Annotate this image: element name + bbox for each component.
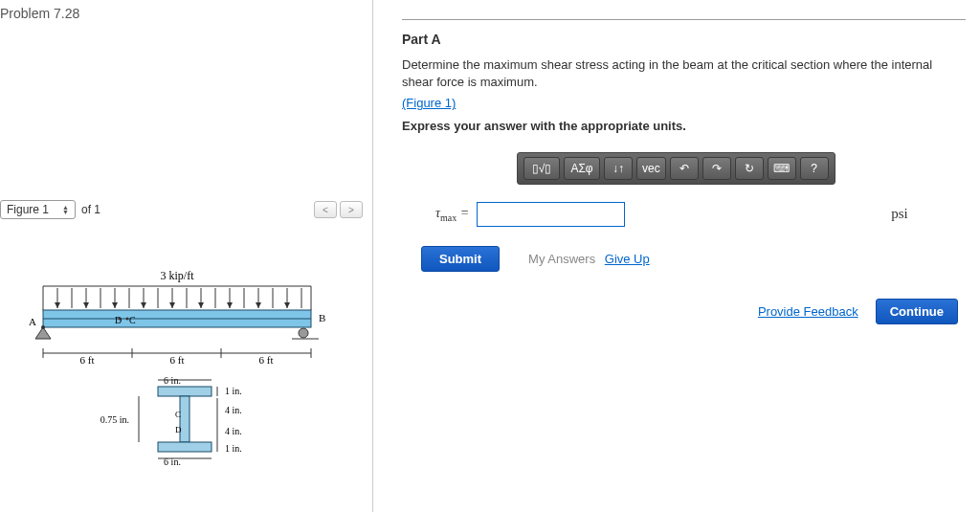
svg-text:C: C xyxy=(129,315,136,325)
provide-feedback-link[interactable]: Provide Feedback xyxy=(758,304,858,319)
figure-prev-button[interactable]: < xyxy=(314,201,337,218)
svg-marker-24 xyxy=(83,302,89,308)
svg-text:4 in.: 4 in. xyxy=(225,426,242,436)
svg-marker-27 xyxy=(169,302,175,308)
redo-button[interactable]: ↷ xyxy=(702,157,731,180)
svg-marker-23 xyxy=(55,302,60,308)
keyboard-button[interactable]: ⌨ xyxy=(768,157,796,180)
svg-text:6 ft: 6 ft xyxy=(169,354,184,366)
svg-text:3 kip/ft: 3 kip/ft xyxy=(160,269,194,282)
answer-row: τmax = psi xyxy=(402,202,966,227)
figure-select[interactable]: Figure 1 ▲▼ xyxy=(0,200,76,219)
svg-point-42 xyxy=(125,318,128,321)
svg-rect-53 xyxy=(158,387,212,396)
svg-text:6 ft: 6 ft xyxy=(79,354,94,366)
my-answers-label: My Answers xyxy=(528,252,595,266)
reset-button[interactable]: ↻ xyxy=(735,157,764,180)
submit-row: Submit My Answers Give Up xyxy=(402,246,966,272)
svg-text:0.75 in.: 0.75 in. xyxy=(100,414,128,425)
svg-text:4 in.: 4 in. xyxy=(225,405,242,415)
answer-input[interactable] xyxy=(477,202,625,227)
submit-button[interactable]: Submit xyxy=(421,246,500,272)
updown-button[interactable]: ↓↑ xyxy=(604,157,633,180)
bottom-row: Provide Feedback Continue xyxy=(402,299,966,324)
vec-button[interactable]: vec xyxy=(636,157,666,180)
prompt-text: Determine the maximum shear stress actin… xyxy=(402,56,966,91)
formula-toolbar: ▯√▯ ΑΣφ ↓↑ vec ↶ ↷ ↻ ⌨ ? xyxy=(517,152,835,185)
figure-next-button[interactable]: > xyxy=(340,201,363,218)
svg-marker-30 xyxy=(256,302,261,308)
svg-text:1 in.: 1 in. xyxy=(225,386,242,396)
right-pane: Part A Determine the maximum shear stres… xyxy=(373,0,980,512)
svg-text:6 ft: 6 ft xyxy=(258,354,273,366)
svg-marker-26 xyxy=(141,302,146,308)
svg-point-41 xyxy=(118,318,121,321)
svg-text:A: A xyxy=(29,316,36,327)
greek-button[interactable]: ΑΣφ xyxy=(564,157,600,180)
help-button[interactable]: ? xyxy=(800,157,829,180)
figure-image: 3 kip/ft A B D C 6 ft xyxy=(0,234,363,504)
svg-marker-25 xyxy=(112,302,118,308)
continue-button[interactable]: Continue xyxy=(876,299,958,324)
express-text: Express your answer with the appropriate… xyxy=(402,119,966,133)
templates-button[interactable]: ▯√▯ xyxy=(523,157,560,180)
svg-text:B: B xyxy=(319,312,325,323)
unit-label: psi xyxy=(891,206,908,222)
svg-text:C: C xyxy=(175,410,181,419)
svg-point-36 xyxy=(299,328,308,338)
svg-marker-29 xyxy=(227,302,233,308)
give-up-link[interactable]: Give Up xyxy=(605,252,650,266)
svg-text:D: D xyxy=(115,315,122,325)
svg-rect-54 xyxy=(180,396,189,442)
variable-label: τmax = xyxy=(435,206,469,223)
part-heading: Part A xyxy=(402,32,966,47)
left-pane: Problem 7.28 Figure 1 ▲▼ of 1 < > xyxy=(0,0,373,512)
figure-stepper[interactable]: ▲▼ xyxy=(62,205,69,214)
problem-title: Problem 7.28 xyxy=(0,0,363,33)
divider xyxy=(402,19,966,20)
svg-marker-28 xyxy=(198,302,204,308)
figure-nav-bar: Figure 1 ▲▼ of 1 < > xyxy=(0,200,363,219)
svg-point-34 xyxy=(41,325,45,329)
figure-select-label: Figure 1 xyxy=(7,203,49,216)
figure-link[interactable]: (Figure 1) xyxy=(402,96,456,110)
undo-button[interactable]: ↶ xyxy=(670,157,699,180)
figure-of-text: of 1 xyxy=(81,203,100,216)
svg-text:D: D xyxy=(175,425,182,434)
svg-marker-31 xyxy=(284,302,290,308)
svg-text:1 in.: 1 in. xyxy=(225,443,242,454)
svg-rect-55 xyxy=(158,442,212,452)
